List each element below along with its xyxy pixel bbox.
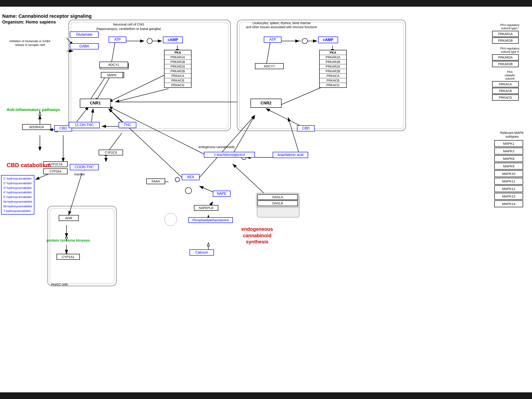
inactive-label: inactive	[74, 172, 85, 176]
neuronal-cell-label: Neuronal cell of CNS(hippocampus, cerebe…	[93, 22, 164, 31]
svg-line-48	[109, 106, 204, 154]
cnr2-box[interactable]: CNR2	[250, 99, 282, 108]
pka-r-prkacb[interactable]: PRKACB	[320, 78, 346, 83]
hydroxy-7[interactable]: 7-hydroxycannabidiol	[3, 209, 32, 214]
pka-legend-prkar2b[interactable]: PRKAR2B	[492, 61, 519, 67]
adcy7-box[interactable]: ADCY7	[255, 63, 284, 69]
mapk8[interactable]: MAPK8	[494, 155, 523, 162]
pka-r-prkar1a[interactable]: PRKAR1A	[320, 55, 346, 59]
pka-l-prkar1a[interactable]: PRKAR1A	[165, 55, 191, 59]
pka-l-prkar2a[interactable]: PRKAR2A	[165, 64, 191, 69]
nape-box[interactable]: NAPE	[213, 191, 231, 197]
mapk11[interactable]: MAPK11	[494, 178, 523, 185]
endogeneous-synthesis-label: endogeneous cannabinoidsynthesis	[235, 226, 279, 245]
aea-box[interactable]: AEA	[182, 174, 200, 180]
pka-r-prkaca[interactable]: PRKACA	[320, 73, 346, 78]
cbd-catabolism-label: CBD catabolism	[7, 162, 51, 169]
cooh-thc-box[interactable]: COOH-THC	[70, 164, 99, 170]
svg-point-70	[165, 213, 177, 226]
svg-rect-5	[71, 22, 228, 129]
pka-legend-prkacb[interactable]: PRKACB	[492, 88, 519, 94]
atp1-box[interactable]: ATP	[109, 37, 126, 43]
pka-legend-prkar1a[interactable]: PRKAR1A	[492, 31, 519, 37]
mapk13[interactable]: MAPK13	[494, 193, 523, 200]
pka-type2-title: PKA regulatorysubunit type II	[492, 47, 528, 53]
svg-point-69	[185, 188, 191, 194]
pka-r-prkar2b[interactable]: PRKAR2B	[320, 69, 346, 73]
atp2-box[interactable]: ATP	[264, 37, 282, 43]
glutamate-box[interactable]: Glutamate	[70, 32, 99, 38]
pka-r-prkar2a[interactable]: PRKAR2A	[320, 64, 346, 69]
svg-line-68	[69, 173, 82, 215]
mapk12[interactable]: MAPK12	[494, 185, 523, 192]
hydroxy-6b[interactable]: 6b-hydroxycannabidiol	[3, 204, 32, 209]
cyp3a4-box[interactable]: CYP3A4	[43, 168, 68, 174]
svg-line-47	[288, 117, 299, 154]
hydroxy-3[interactable]: 3"-hydroxycannabidiol	[3, 186, 32, 190]
svg-line-66	[266, 109, 301, 126]
protein-tyrosine-label: protein tyrosine kinases	[47, 238, 90, 243]
pka-l-prkar2b[interactable]: PRKAR2B	[165, 69, 191, 73]
svg-rect-8	[48, 206, 116, 286]
svg-point-12	[147, 38, 152, 44]
pka-l-prkaca[interactable]: PRKACA	[165, 73, 191, 78]
napepld-box[interactable]: NAPEPLD	[194, 205, 218, 211]
daglb-box[interactable]: DAGLB	[257, 200, 298, 206]
phosphatidyl-box[interactable]: Phosphatidylethanolamine	[188, 217, 233, 223]
mapk3[interactable]: MAPK3	[494, 148, 523, 154]
svg-line-39	[109, 133, 122, 151]
arachidonoyl-box[interactable]: 2-arachidonoylglycerol	[204, 152, 255, 158]
endogenous-cannabinoids-label: endogenous cannabinoids	[198, 145, 234, 149]
svg-marker-32	[39, 112, 41, 115]
pka-l-prkar1b[interactable]: PRKAR1B	[165, 59, 191, 64]
arachidonic-box[interactable]: Arachidonic acid	[273, 152, 308, 158]
inhibition-label: Inhibition of Glutamate or GABArelease i…	[8, 39, 52, 47]
cbd2-box[interactable]: CBD	[297, 125, 315, 132]
hydroxy-6a[interactable]: 6a-hydroxycannabidiol	[3, 200, 32, 204]
mapk9[interactable]: MAPK9	[494, 163, 523, 170]
cyp1a1-box[interactable]: CYP1A1	[57, 254, 80, 260]
pka-r-prkacg[interactable]: PRKACG	[320, 83, 346, 87]
pka-legend-prkaca[interactable]: PRKACA	[492, 81, 519, 87]
adora2a-box[interactable]: ADORA2A	[22, 124, 51, 130]
hepg2-label: HepG2 cells	[51, 283, 68, 286]
hydroxy-2[interactable]: 2"-hydroxycannabidiol	[3, 181, 32, 186]
svg-point-52	[175, 177, 180, 182]
svg-line-24	[89, 75, 106, 102]
hydroxy-1[interactable]: 1"-hydroxycannabidiol	[3, 177, 32, 181]
svg-line-49	[233, 115, 255, 154]
oh-thc-box[interactable]: 11-OH-THC	[69, 122, 100, 128]
svg-line-67	[277, 86, 324, 106]
mapk-legend-title: Relevant MAPKsubtypes	[494, 131, 530, 138]
title-organism: Organism: Homo sapiens	[2, 19, 56, 25]
pka-r-prkar1b[interactable]: PRKAR1B	[320, 59, 346, 64]
thc-box[interactable]: THC	[119, 122, 136, 128]
svg-line-50	[109, 109, 182, 177]
hydroxy-5[interactable]: 5"-hydroxycannabidiol	[3, 195, 32, 200]
pka-l-prkacg[interactable]: PRKACG	[165, 83, 191, 87]
calcium-box[interactable]: Calcium	[190, 249, 214, 256]
svg-line-23	[95, 75, 111, 102]
camp1-box[interactable]: cAMP	[163, 37, 183, 43]
cyp2c9-box[interactable]: CYP2C9	[99, 150, 123, 155]
ahr-box[interactable]: AHR	[59, 215, 79, 221]
anti-inflammatory-label: Anti-inflammatory pathways	[7, 108, 60, 112]
svg-line-57	[233, 164, 266, 195]
faah-box[interactable]: FAAH	[146, 178, 165, 184]
pka-legend-prkar1b[interactable]: PRKAR1B	[492, 38, 519, 44]
mapk1[interactable]: MAPK1	[494, 140, 523, 147]
mapk14[interactable]: MAPK14	[494, 200, 523, 207]
gaba-box[interactable]: GABA	[70, 43, 99, 50]
dagla-box[interactable]: DAGLA	[257, 194, 298, 200]
title-name: Name: Cannabinoid receptor signaling	[2, 13, 92, 19]
mapk10[interactable]: MAPK10	[494, 170, 523, 177]
svg-point-15	[302, 38, 307, 44]
adcy1-box2[interactable]: ADCY1	[99, 62, 128, 68]
pka-legend-prkar2a[interactable]: PRKAR2A	[492, 54, 519, 61]
pka-legend-prkacg[interactable]: PRKACG	[492, 95, 519, 101]
camp2-box[interactable]: cAMP	[318, 37, 338, 43]
hydroxy-4[interactable]: 4"-hydroxycannabidiol	[3, 190, 32, 195]
cnr1-box[interactable]: CNR1	[80, 99, 111, 108]
pka-l-prkacb[interactable]: PRKACB	[165, 78, 191, 83]
mapk-box2[interactable]: MAPK	[101, 72, 123, 78]
